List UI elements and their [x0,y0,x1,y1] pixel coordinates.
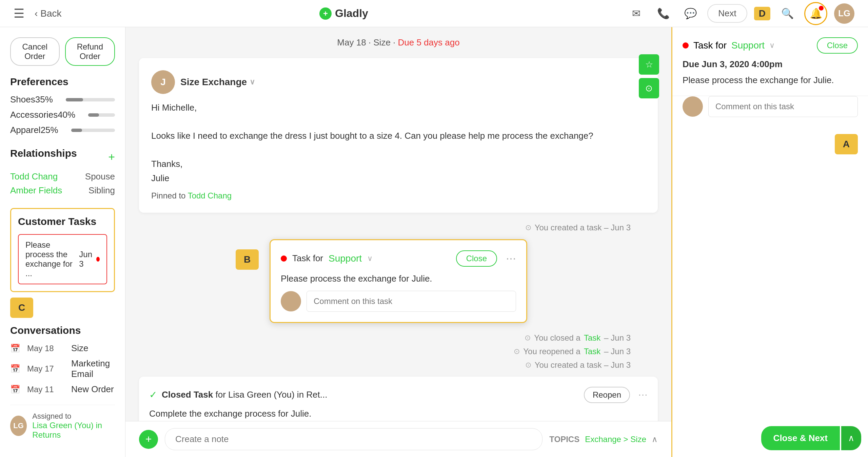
assigned-name[interactable]: Lisa Green (You) in Returns [32,421,115,440]
right-support-chevron-icon[interactable]: ∨ [769,41,775,50]
pref-bar-bg-apparel [71,129,115,132]
navbar-right: ✉ 📞 💬 Next D 🔍 🔔 LG [626,2,854,25]
task-popup-chevron[interactable]: ∨ [367,254,373,263]
right-support-link[interactable]: Support [731,40,765,51]
topics-value[interactable]: Exchange > Size [585,435,646,444]
bottom-bar: + TOPICS Exchange > Size ∧ [125,421,671,457]
message-dropdown-icon[interactable]: ∨ [250,78,255,87]
task-popup-more-icon[interactable]: ⋯ [506,252,516,264]
conv-row-may17[interactable]: 📅 May 17 Marketing Email [10,358,115,379]
activity-section-mid: ⊙ You closed a Task – Jun 3 ⊙ You reopen… [139,333,658,370]
hamburger-icon[interactable]: ☰ [14,6,24,21]
msg-line-2: Looks like I need to exchange the dress … [151,129,646,143]
right-task-label: Task for [693,40,727,51]
check-green-icon: ✓ [149,389,157,400]
conv-date-2: May 17 [27,364,64,374]
rel-type-amber: Sibling [88,185,115,196]
refund-order-button[interactable]: Refund Order [65,37,115,66]
rel-name-todd[interactable]: Todd Chang [10,171,58,182]
activity-text-1: You created a task – Jun 3 [535,223,631,232]
mail-icon[interactable]: ✉ [626,3,646,24]
assigned-info: Assigned to Lisa Green (You) in Returns [32,412,115,440]
next-button[interactable]: Next [707,4,747,23]
phone-icon[interactable]: 📞 [653,3,673,24]
pref-label-shoes: Shoes [10,94,35,105]
task-popup-container: B Task for Support ∨ Close ⋯ Please proc… [263,239,534,323]
task-popup: Task for Support ∨ Close ⋯ Please proces… [270,239,527,323]
task-item-date: Jun 3 [79,250,100,269]
navbar: ☰ ‹ Back + Gladly ✉ 📞 💬 Next D 🔍 🔔 LG [0,0,868,27]
chat-icon[interactable]: 💬 [680,3,701,24]
sidebar-action-icons: ☆ ⊙ [639,54,659,98]
center-panel: ☆ ⊙ May 18 · Size · Due 5 days ago ⋯ J S… [125,27,671,457]
close-next-expand-button[interactable]: ∧ [841,426,861,450]
msg-line-4: Julie [151,171,646,186]
activity-closed-date: – Jun 3 [604,333,631,343]
right-close-button[interactable]: Close [817,37,858,54]
preferences-title: Preferences [10,76,115,88]
calendar-icon-2: 📅 [10,364,20,374]
user-avatar[interactable]: LG [834,3,854,24]
activity-reopened-date: – Jun 3 [604,347,631,356]
pref-pct-shoes: 35% [35,94,59,105]
closed-task-more-icon[interactable]: ⋯ [638,389,648,400]
message-header: J Size Exchange ∨ [151,70,646,94]
activity-reopened-text: You reopened a [523,347,580,356]
a-badge: A [835,134,858,154]
pref-row-accessories: Accessories 40% [10,110,115,120]
c-badge-row: C [10,298,115,318]
activity-row-reopened: ⊙ You reopened a Task – Jun 3 [139,347,631,356]
right-description: Please process the exchange for Julie. [683,75,858,85]
a-badge-container: A [672,127,868,154]
task-comment-avatar [281,291,301,311]
conv-row-may11[interactable]: 📅 May 11 New Order [10,384,115,395]
activity-check-1: ⊙ [525,223,531,232]
pinned-link[interactable]: Todd Chang [188,191,232,200]
closed-task-header: ✓ Closed Task for Lisa Green (You) in Re… [149,387,648,403]
cancel-order-button[interactable]: Cancel Order [10,37,60,66]
activity-task-link-1[interactable]: Task [584,333,600,343]
pref-row-apparel: Apparel 25% [10,125,115,135]
task-item[interactable]: Please process the exchange for ... Jun … [18,234,107,284]
back-button[interactable]: ‹ Back [35,8,62,19]
calendar-icon-3: 📅 [10,385,20,394]
reopen-button[interactable]: Reopen [584,387,630,403]
sidebar-top-buttons: Cancel Order Refund Order [10,37,115,66]
close-next-button[interactable]: Close & Next [761,426,840,450]
calendar-icon-1: 📅 [10,344,20,353]
sidebar-icon-1[interactable]: ☆ [639,54,659,75]
msg-line-3: Thanks, [151,157,646,171]
add-relationship-button[interactable]: + [108,150,115,164]
msg-line-1: Hi Michelle, [151,101,646,115]
task-popup-close-button[interactable]: Close [456,250,497,267]
conversations-section: Conversations 📅 May 18 Size 📅 May 17 Mar… [10,325,115,395]
activity-check-2: ⊙ [525,334,531,342]
task-comment-input[interactable] [307,291,516,312]
conversations-title: Conversations [10,325,115,336]
pref-row-shoes: Shoes 35% [10,94,115,105]
conv-date-3: May 11 [27,385,64,394]
right-comment-input[interactable] [708,96,858,117]
search-icon[interactable]: 🔍 [777,3,797,24]
back-chevron-icon: ‹ [35,8,38,19]
activity-row-closed: ⊙ You closed a Task – Jun 3 [139,333,631,343]
activity-check-3: ⊙ [514,347,520,356]
conv-date-1: May 18 [27,344,64,353]
notifications-button[interactable]: 🔔 [804,2,827,25]
create-note-button[interactable]: + [139,430,158,449]
right-panel: Task for Support ∨ Close Due Jun 3, 2020… [671,27,868,457]
activity-check-4: ⊙ [525,361,531,369]
right-due-label: Due Jun 3, 2020 4:00pm [683,59,858,70]
topics-chevron-icon[interactable]: ∧ [652,435,658,444]
note-input[interactable] [165,428,542,450]
rel-name-amber[interactable]: Amber Fields [10,185,62,196]
task-popup-support-link[interactable]: Support [329,253,362,264]
pref-pct-apparel: 25% [41,125,64,135]
sidebar-icon-2[interactable]: ⊙ [639,78,659,98]
task-popup-header: Task for Support ∨ Close ⋯ [281,250,516,267]
navbar-logo: + Gladly [319,7,368,20]
left-sidebar: Cancel Order Refund Order Preferences Sh… [0,27,125,457]
conv-row-may18[interactable]: 📅 May 18 Size [10,343,115,354]
due-label: Due 5 days ago [398,37,460,47]
activity-task-link-2[interactable]: Task [584,347,600,356]
